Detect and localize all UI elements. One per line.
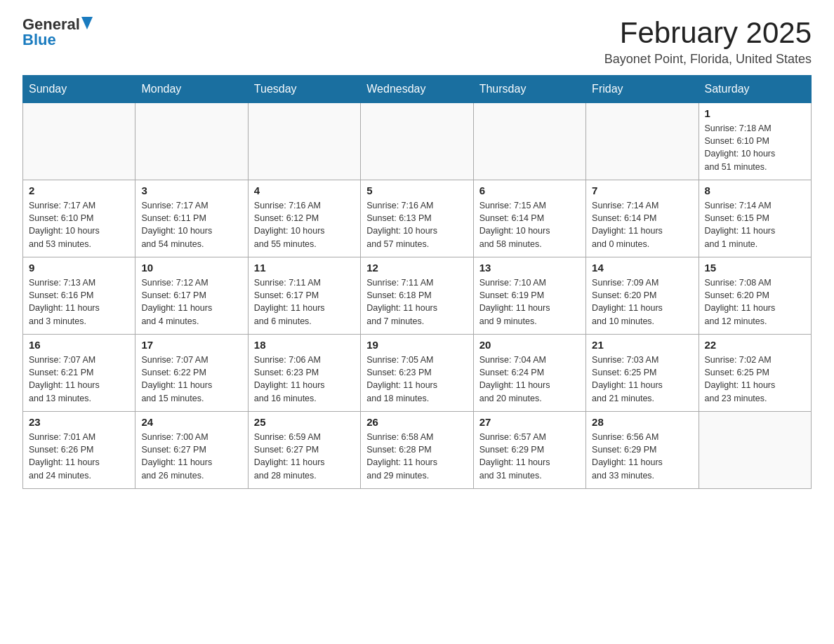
calendar-cell [473, 103, 585, 180]
day-number: 17 [141, 339, 241, 351]
day-number: 5 [366, 185, 467, 196]
calendar-cell: 14Sunrise: 7:09 AM Sunset: 6:20 PM Dayli… [586, 257, 699, 335]
calendar-cell: 8Sunrise: 7:14 AM Sunset: 6:15 PM Daylig… [699, 180, 811, 257]
day-number: 7 [592, 185, 692, 196]
day-info: Sunrise: 7:08 AM Sunset: 6:20 PM Dayligh… [705, 276, 805, 328]
calendar-cell: 1Sunrise: 7:18 AM Sunset: 6:10 PM Daylig… [699, 103, 811, 180]
day-info: Sunrise: 7:06 AM Sunset: 6:23 PM Dayligh… [254, 354, 355, 405]
day-info: Sunrise: 7:11 AM Sunset: 6:17 PM Dayligh… [254, 276, 355, 328]
day-info: Sunrise: 6:59 AM Sunset: 6:27 PM Dayligh… [254, 431, 355, 482]
calendar-cell: 28Sunrise: 6:56 AM Sunset: 6:29 PM Dayli… [586, 412, 699, 489]
logo-general-text: General [22, 17, 80, 32]
day-number: 11 [254, 262, 355, 274]
calendar-cell: 6Sunrise: 7:15 AM Sunset: 6:14 PM Daylig… [473, 180, 585, 257]
calendar-day-header: Saturday [699, 76, 811, 103]
calendar-cell: 15Sunrise: 7:08 AM Sunset: 6:20 PM Dayli… [699, 257, 811, 335]
calendar-cell [361, 103, 473, 180]
day-number: 24 [141, 416, 241, 428]
day-info: Sunrise: 7:09 AM Sunset: 6:20 PM Dayligh… [592, 276, 692, 328]
calendar-cell: 19Sunrise: 7:05 AM Sunset: 6:23 PM Dayli… [361, 335, 473, 412]
title-block: February 2025 Bayonet Point, Florida, Un… [604, 17, 812, 67]
calendar-cell: 7Sunrise: 7:14 AM Sunset: 6:14 PM Daylig… [586, 180, 699, 257]
day-number: 3 [141, 185, 241, 196]
day-number: 18 [254, 339, 355, 351]
calendar-day-header: Thursday [473, 76, 585, 103]
day-info: Sunrise: 7:07 AM Sunset: 6:22 PM Dayligh… [141, 354, 241, 405]
day-number: 12 [366, 262, 467, 274]
day-info: Sunrise: 7:05 AM Sunset: 6:23 PM Dayligh… [366, 354, 467, 405]
logo-arrow-icon [81, 17, 93, 29]
calendar-title: February 2025 [604, 17, 812, 49]
calendar-cell: 4Sunrise: 7:16 AM Sunset: 6:12 PM Daylig… [248, 180, 360, 257]
day-number: 1 [705, 107, 805, 119]
logo-blue-text: Blue [22, 31, 56, 48]
day-info: Sunrise: 7:02 AM Sunset: 6:25 PM Dayligh… [705, 354, 805, 405]
calendar-cell: 9Sunrise: 7:13 AM Sunset: 6:16 PM Daylig… [23, 257, 135, 335]
day-info: Sunrise: 7:00 AM Sunset: 6:27 PM Dayligh… [141, 431, 241, 482]
logo: General Blue [22, 17, 93, 48]
calendar-cell: 10Sunrise: 7:12 AM Sunset: 6:17 PM Dayli… [135, 257, 248, 335]
day-number: 10 [141, 262, 241, 274]
calendar-week-row: 9Sunrise: 7:13 AM Sunset: 6:16 PM Daylig… [23, 257, 812, 335]
page-header: General Blue February 2025 Bayonet Point… [22, 17, 812, 67]
calendar-cell: 22Sunrise: 7:02 AM Sunset: 6:25 PM Dayli… [699, 335, 811, 412]
calendar-table: SundayMondayTuesdayWednesdayThursdayFrid… [22, 75, 812, 489]
day-info: Sunrise: 7:04 AM Sunset: 6:24 PM Dayligh… [479, 354, 580, 405]
calendar-cell: 25Sunrise: 6:59 AM Sunset: 6:27 PM Dayli… [248, 412, 360, 489]
day-info: Sunrise: 7:13 AM Sunset: 6:16 PM Dayligh… [29, 276, 129, 328]
day-info: Sunrise: 6:56 AM Sunset: 6:29 PM Dayligh… [592, 431, 692, 482]
calendar-cell: 17Sunrise: 7:07 AM Sunset: 6:22 PM Dayli… [135, 335, 248, 412]
calendar-cell: 23Sunrise: 7:01 AM Sunset: 6:26 PM Dayli… [23, 412, 135, 489]
day-info: Sunrise: 7:17 AM Sunset: 6:10 PM Dayligh… [29, 199, 129, 250]
calendar-cell: 11Sunrise: 7:11 AM Sunset: 6:17 PM Dayli… [248, 257, 360, 335]
day-number: 15 [705, 262, 805, 274]
day-info: Sunrise: 7:14 AM Sunset: 6:15 PM Dayligh… [705, 199, 805, 250]
day-info: Sunrise: 7:03 AM Sunset: 6:25 PM Dayligh… [592, 354, 692, 405]
calendar-cell [23, 103, 135, 180]
calendar-day-header: Monday [135, 76, 248, 103]
calendar-cell: 16Sunrise: 7:07 AM Sunset: 6:21 PM Dayli… [23, 335, 135, 412]
day-number: 6 [479, 185, 580, 196]
day-info: Sunrise: 6:58 AM Sunset: 6:28 PM Dayligh… [366, 431, 467, 482]
day-info: Sunrise: 7:17 AM Sunset: 6:11 PM Dayligh… [141, 199, 241, 250]
calendar-cell: 26Sunrise: 6:58 AM Sunset: 6:28 PM Dayli… [361, 412, 473, 489]
calendar-cell: 5Sunrise: 7:16 AM Sunset: 6:13 PM Daylig… [361, 180, 473, 257]
day-info: Sunrise: 7:12 AM Sunset: 6:17 PM Dayligh… [141, 276, 241, 328]
day-number: 20 [479, 339, 580, 351]
calendar-week-row: 1Sunrise: 7:18 AM Sunset: 6:10 PM Daylig… [23, 103, 812, 180]
calendar-cell: 20Sunrise: 7:04 AM Sunset: 6:24 PM Dayli… [473, 335, 585, 412]
calendar-cell: 2Sunrise: 7:17 AM Sunset: 6:10 PM Daylig… [23, 180, 135, 257]
calendar-cell [586, 103, 699, 180]
day-info: Sunrise: 7:14 AM Sunset: 6:14 PM Dayligh… [592, 199, 692, 250]
day-number: 21 [592, 339, 692, 351]
calendar-cell: 3Sunrise: 7:17 AM Sunset: 6:11 PM Daylig… [135, 180, 248, 257]
calendar-week-row: 23Sunrise: 7:01 AM Sunset: 6:26 PM Dayli… [23, 412, 812, 489]
day-number: 28 [592, 416, 692, 428]
day-number: 4 [254, 185, 355, 196]
day-number: 23 [29, 416, 129, 428]
day-info: Sunrise: 7:01 AM Sunset: 6:26 PM Dayligh… [29, 431, 129, 482]
svg-marker-0 [81, 17, 93, 29]
day-number: 9 [29, 262, 129, 274]
day-number: 19 [366, 339, 467, 351]
calendar-cell: 21Sunrise: 7:03 AM Sunset: 6:25 PM Dayli… [586, 335, 699, 412]
calendar-day-header: Sunday [23, 76, 135, 103]
calendar-day-header: Friday [586, 76, 699, 103]
calendar-cell [248, 103, 360, 180]
day-info: Sunrise: 7:11 AM Sunset: 6:18 PM Dayligh… [366, 276, 467, 328]
day-info: Sunrise: 7:10 AM Sunset: 6:19 PM Dayligh… [479, 276, 580, 328]
day-info: Sunrise: 7:18 AM Sunset: 6:10 PM Dayligh… [705, 122, 805, 173]
calendar-subtitle: Bayonet Point, Florida, United States [604, 52, 812, 67]
day-number: 25 [254, 416, 355, 428]
day-number: 22 [705, 339, 805, 351]
day-info: Sunrise: 6:57 AM Sunset: 6:29 PM Dayligh… [479, 431, 580, 482]
day-info: Sunrise: 7:16 AM Sunset: 6:13 PM Dayligh… [366, 199, 467, 250]
calendar-cell: 18Sunrise: 7:06 AM Sunset: 6:23 PM Dayli… [248, 335, 360, 412]
day-info: Sunrise: 7:15 AM Sunset: 6:14 PM Dayligh… [479, 199, 580, 250]
day-number: 26 [366, 416, 467, 428]
day-info: Sunrise: 7:07 AM Sunset: 6:21 PM Dayligh… [29, 354, 129, 405]
day-number: 8 [705, 185, 805, 196]
day-number: 14 [592, 262, 692, 274]
calendar-week-row: 2Sunrise: 7:17 AM Sunset: 6:10 PM Daylig… [23, 180, 812, 257]
calendar-day-header: Wednesday [361, 76, 473, 103]
